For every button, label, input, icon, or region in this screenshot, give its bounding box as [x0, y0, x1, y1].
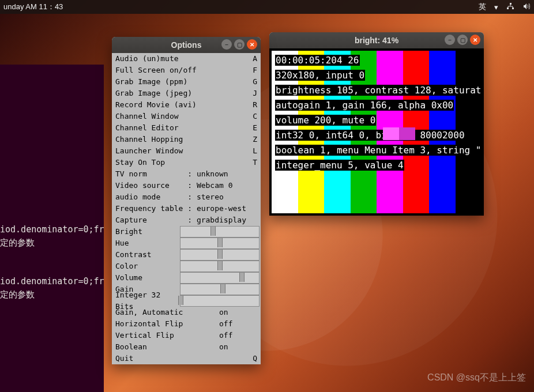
menu-item-audio-un-mute[interactable]: Audio (un)muteA: [112, 53, 261, 65]
menu-item-grab-image-ppm-[interactable]: Grab Image (ppm)G: [112, 76, 261, 88]
toggle-boolean[interactable]: Booleanon: [112, 341, 261, 353]
input-dropdown-icon[interactable]: ▾: [494, 3, 498, 12]
overlay-indicator: [383, 127, 415, 140]
setting-video-source[interactable]: Video source : Webcam 0: [112, 180, 261, 191]
watermark: CSDN @ssq不是上上签: [427, 372, 526, 384]
menu-item-stay-on-top[interactable]: Stay On TopT: [112, 157, 261, 168]
video-preview-body: 00:00:05:204 26 320x180, input 0 brightn…: [269, 48, 484, 216]
desktop: iod.denominator=0;fram 定的参数 iod.denomina…: [0, 0, 534, 392]
toggle-gain-automatic[interactable]: Gain, Automaticon: [112, 307, 261, 318]
clock: unday AM 11：43: [3, 2, 63, 12]
svg-rect-0: [510, 3, 512, 5]
menu-item-full-screen-on-off[interactable]: Full Screen on/offF: [112, 65, 261, 76]
video-window-titlebar[interactable]: bright: 41% – ▢ ✕: [269, 32, 484, 48]
menu-item-quit[interactable]: QuitQ: [112, 353, 261, 364]
setting-tv-norm[interactable]: TV norm : unknown: [112, 168, 261, 180]
menu-item-channel-editor[interactable]: Channel EditorE: [112, 122, 261, 134]
maximize-button[interactable]: ▢: [234, 39, 245, 50]
slider-contrast[interactable]: Contrast: [112, 249, 261, 261]
volume-icon[interactable]: [522, 2, 531, 12]
video-window-title: bright: 41%: [355, 36, 398, 45]
setting-audio-mode[interactable]: audio mode : stereo: [112, 191, 261, 203]
slider-integer-32-bits[interactable]: Integer 32 Bits: [112, 295, 261, 307]
video-overlay-text: 00:00:05:204 26 320x180, input 0 brightn…: [275, 53, 482, 173]
color-bars: 00:00:05:204 26 320x180, input 0 brightn…: [272, 51, 482, 213]
toggle-horizontal-flip[interactable]: Horizontal Flipoff: [112, 318, 261, 330]
video-preview-window: bright: 41% – ▢ ✕ 00:00:05:204 26 320x18…: [269, 32, 484, 216]
slider-volume[interactable]: Volume: [112, 272, 261, 284]
close-button[interactable]: ✕: [470, 35, 480, 45]
setting-capture[interactable]: Capture : grabdisplay: [112, 214, 261, 226]
options-titlebar[interactable]: Options – ▢ ✕: [112, 37, 261, 53]
options-menu-body: Audio (un)muteAFull Screen on/offFGrab I…: [112, 53, 261, 364]
close-button[interactable]: ✕: [247, 39, 257, 50]
svg-rect-2: [512, 7, 514, 9]
options-window-title: Options: [171, 40, 202, 50]
slider-hue[interactable]: Hue: [112, 238, 261, 249]
svg-rect-1: [507, 7, 509, 9]
menu-item-launcher-window[interactable]: Launcher WindowL: [112, 145, 261, 157]
options-window: Options – ▢ ✕ Audio (un)muteAFull Screen…: [112, 37, 261, 364]
minimize-button[interactable]: –: [221, 39, 232, 50]
input-method-indicator[interactable]: 英: [479, 2, 486, 12]
maximize-button[interactable]: ▢: [457, 35, 468, 45]
top-menu-bar: unday AM 11：43 英 ▾: [0, 0, 534, 14]
menu-item-record-movie-avi-[interactable]: Record Movie (avi)R: [112, 99, 261, 111]
setting-frequency-table[interactable]: Frequency table : europe-west: [112, 203, 261, 214]
slider-bright[interactable]: Bright: [112, 226, 261, 238]
network-icon[interactable]: [506, 2, 514, 12]
menu-item-channel-window[interactable]: Channel WindowC: [112, 111, 261, 122]
background-terminal: iod.denominator=0;fram 定的参数 iod.denomina…: [0, 65, 104, 392]
minimize-button[interactable]: –: [445, 35, 455, 45]
toggle-vertical-flip[interactable]: Vertical Flipoff: [112, 330, 261, 341]
slider-color[interactable]: Color: [112, 261, 261, 272]
menu-item-channel-hopping[interactable]: Channel HoppingZ: [112, 134, 261, 145]
menu-item-grab-image-jpeg-[interactable]: Grab Image (jpeg)J: [112, 88, 261, 99]
